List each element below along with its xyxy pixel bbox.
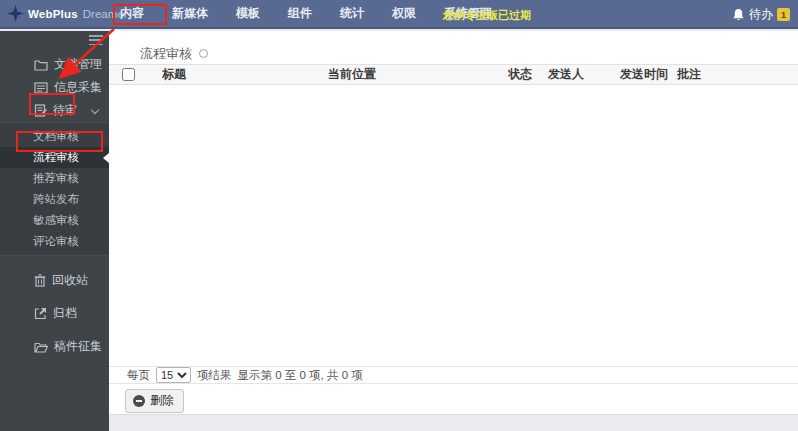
table-header-row: 标题 当前位置 状态 发送人 发送时间 批注 <box>109 64 798 85</box>
pagination-summary: 显示第 0 至 0 项, 共 0 项 <box>238 368 363 383</box>
trash-icon <box>34 274 46 287</box>
chevron-down-icon <box>91 106 99 114</box>
page-title: 流程审核 <box>140 45 192 63</box>
pending-review-submenu: 文档审核 流程审核 推荐审核 跨站发布 敏感审核 评论审核 <box>0 122 109 256</box>
archive-export-icon <box>34 307 47 320</box>
col-header-sendtime[interactable]: 发送时间 <box>620 66 677 83</box>
bottom-toolbar: 删除 <box>109 383 798 414</box>
sidebar-item-label: 归档 <box>53 305 77 322</box>
submenu-item-sensitive-review[interactable]: 敏感审核 <box>0 210 109 231</box>
col-header-title[interactable]: 标题 <box>162 66 328 83</box>
col-header-note[interactable]: 批注 <box>677 66 798 83</box>
delete-button-label: 删除 <box>150 392 174 409</box>
sidebar-item-label: 稿件征集 <box>54 338 102 355</box>
sidebar-item-label: 待审 <box>53 102 77 119</box>
submenu-item-recommend-review[interactable]: 推荐审核 <box>0 168 109 189</box>
pagination-bar: 每页 15 项结果 显示第 0 至 0 项, 共 0 项 <box>109 366 798 383</box>
nav-item-newmedia[interactable]: 新媒体 <box>172 5 208 22</box>
nav-item-statistics[interactable]: 统计 <box>340 5 364 22</box>
todo-button[interactable]: 待办 1 <box>732 0 790 29</box>
submenu-item-doc-review[interactable]: 文档审核 <box>0 126 109 147</box>
per-page-select[interactable]: 15 <box>156 367 191 383</box>
select-all-cell <box>122 68 162 81</box>
nav-item-template[interactable]: 模板 <box>236 5 260 22</box>
folder-icon <box>34 59 48 71</box>
page-title-row: 流程审核 <box>109 31 798 64</box>
sidebar-item-label: 信息采集 <box>54 79 102 96</box>
sidebar-item-info-collect[interactable]: 信息采集 <box>0 76 109 99</box>
sidebar-item-doc-manage[interactable]: 文档管理 <box>0 53 109 76</box>
col-header-status[interactable]: 状态 <box>508 66 548 83</box>
sidebar-item-label: 回收站 <box>52 272 88 289</box>
review-doc-icon <box>34 104 47 117</box>
submenu-item-flow-review[interactable]: 流程审核 <box>0 147 109 168</box>
webplus-logo-icon <box>7 5 24 22</box>
app-window: WebPlus Dreamer 内容 新媒体 模板 组件 统计 权限 系统管理 … <box>0 0 798 431</box>
top-navbar: WebPlus Dreamer 内容 新媒体 模板 组件 统计 权限 系统管理 … <box>0 0 798 29</box>
sidebar-item-recycle-bin[interactable]: 回收站 <box>0 264 109 297</box>
per-page-label: 每页 <box>127 368 150 383</box>
col-header-sender[interactable]: 发送人 <box>548 66 620 83</box>
bell-icon <box>732 8 745 22</box>
delete-icon <box>133 395 145 407</box>
sidebar-item-label: 文档管理 <box>54 56 102 73</box>
app-logo: WebPlus Dreamer <box>0 5 104 22</box>
open-folder-icon <box>34 341 48 353</box>
nav-item-permission[interactable]: 权限 <box>392 5 416 22</box>
sidebar-item-archive[interactable]: 归档 <box>0 297 109 330</box>
left-sidebar: 文档管理 信息采集 待审 <box>0 31 109 431</box>
sidebar-collapse-icon[interactable] <box>89 34 103 46</box>
sidebar-item-pending-review[interactable]: 待审 <box>0 99 109 122</box>
nav-item-component[interactable]: 组件 <box>288 5 312 22</box>
refresh-icon[interactable] <box>199 49 208 58</box>
submenu-item-crosssite-publish[interactable]: 跨站发布 <box>0 189 109 210</box>
todo-count-badge: 1 <box>777 8 790 21</box>
per-page-suffix: 项结果 <box>197 368 232 383</box>
delete-button[interactable]: 删除 <box>125 389 184 413</box>
news-icon <box>34 82 48 94</box>
table-body-empty <box>109 85 798 366</box>
nav-item-content[interactable]: 内容 <box>120 5 144 22</box>
flow-review-panel: 流程审核 标题 当前位置 状态 发送人 发送时间 批注 每页 15 <box>109 31 798 415</box>
sidebar-item-manuscript-collect[interactable]: 稿件征集 <box>0 330 109 363</box>
submenu-item-comment-review[interactable]: 评论审核 <box>0 231 109 252</box>
license-expired-warning: 您的专业版已过期 <box>443 8 531 23</box>
todo-label: 待办 <box>749 6 773 23</box>
sidebar-menu: 文档管理 信息采集 待审 <box>0 53 109 363</box>
select-all-checkbox[interactable] <box>122 68 135 81</box>
main-content: 流程审核 标题 当前位置 状态 发送人 发送时间 批注 每页 15 <box>109 31 798 431</box>
col-header-location[interactable]: 当前位置 <box>328 66 508 83</box>
logo-text-webplus: WebPlus <box>28 8 78 20</box>
top-menu: 内容 新媒体 模板 组件 统计 权限 系统管理 <box>120 5 492 22</box>
